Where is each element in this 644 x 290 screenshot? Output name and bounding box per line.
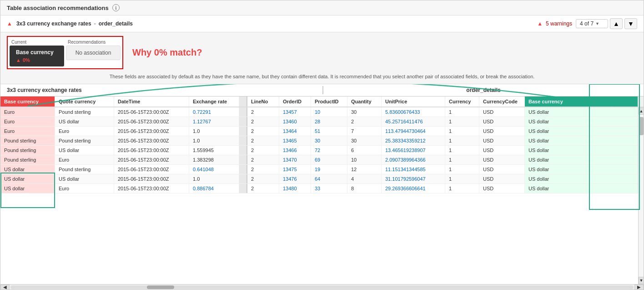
nav-next-button[interactable]: ▼ (624, 18, 637, 29)
cell-unitprice[interactable]: 29.269366606641 (382, 184, 445, 193)
cell-base-currency-left: Pound sterling (0, 155, 55, 164)
col-header-quantity[interactable]: Quantity (347, 97, 382, 107)
cell-currency: 1 (445, 174, 479, 183)
scroll-up-button[interactable]: ▲ (639, 107, 644, 115)
cell-currcode: USD (479, 117, 525, 126)
cell-separator (239, 184, 247, 193)
scroll-left-button[interactable]: ◀ (0, 285, 10, 290)
cell-unitprice[interactable]: 31.101792596047 (382, 174, 445, 183)
cell-orderid[interactable]: 13457 (279, 107, 311, 117)
tables-header: 3x3 currency exchange rates order_detail… (0, 84, 644, 97)
cell-unitprice[interactable]: 45.25716411476 (382, 117, 445, 126)
cell-quote-currency: Pound sterling (55, 136, 114, 145)
column-headers: Base currency Quote currency DateTime Ex… (0, 97, 644, 107)
scroll-thumb[interactable] (639, 117, 644, 135)
cell-lineno: 2 (247, 146, 279, 155)
cell-base-currency-right: US dollar (525, 174, 638, 183)
col-header-unitprice[interactable]: UnitPrice (382, 97, 445, 107)
col-header-base-currency-right[interactable]: Base currency (525, 97, 638, 107)
cell-base-currency-right: US dollar (525, 155, 638, 164)
cell-datetime: 2015-06-15T23:00:00Z (114, 155, 189, 164)
page-title: Table association recommendations (7, 5, 109, 11)
warning-bar: ▲ 3x3 currency exchange rates - order_de… (0, 15, 644, 32)
cell-datetime: 2015-06-15T23:00:00Z (114, 117, 189, 126)
cell-unitprice[interactable]: 11.151341344585 (382, 165, 445, 174)
cell-productid[interactable]: 19 (311, 165, 347, 174)
scroll-track[interactable] (639, 115, 644, 277)
col-header-exchange-rate[interactable]: Exchange rate (189, 97, 239, 107)
current-field-text: Base currency (16, 49, 54, 56)
table-row: Euro Pound sterling 2015-06-15T23:00:00Z… (0, 107, 638, 117)
horizontal-scrollbar[interactable]: ◀ ▶ (0, 284, 644, 290)
cell-productid[interactable]: 64 (311, 174, 347, 183)
cell-productid[interactable]: 69 (311, 155, 347, 164)
cell-datetime: 2015-06-15T23:00:00Z (114, 107, 189, 117)
cell-quantity: 4 (347, 174, 382, 183)
cell-unitprice[interactable]: 113.47944730464 (382, 127, 445, 136)
rec-field-text: No association (75, 50, 111, 56)
cell-productid[interactable]: 33 (311, 184, 347, 193)
col-header-quote-currency[interactable]: Quote currency (55, 97, 114, 107)
separator: - (94, 20, 96, 27)
cell-orderid[interactable]: 13480 (279, 184, 311, 193)
cell-unitprice[interactable]: 25.383343359212 (382, 136, 445, 145)
nav-label[interactable]: 4 of 7 ▼ (576, 19, 608, 28)
cell-unitprice[interactable]: 2.0907389964366 (382, 155, 445, 164)
cell-unitprice[interactable]: 5.83600676433 (382, 107, 445, 117)
cell-productid[interactable]: 10 (311, 107, 347, 117)
col-header-base-currency-left[interactable]: Base currency (0, 97, 55, 107)
cell-quote-currency: Euro (55, 127, 114, 136)
cell-orderid[interactable]: 13476 (279, 174, 311, 183)
cell-exchange-rate: 0.886784 (189, 184, 239, 193)
nav-dropdown[interactable]: 4 of 7 ▼ (576, 19, 608, 28)
cell-orderid[interactable]: 13466 (279, 146, 311, 155)
cell-currency: 1 (445, 107, 479, 117)
chevron-down-icon: ▼ (595, 21, 599, 26)
cell-unitprice[interactable]: 13.465619238907 (382, 146, 445, 155)
warnings-count: ▲ 5 warnings (537, 20, 572, 27)
current-box-badge: ▲ 0% (16, 57, 30, 63)
nav-controls: 4 of 7 ▼ ▲ ▼ (576, 18, 637, 29)
cell-orderid[interactable]: 13464 (279, 127, 311, 136)
cell-exchange-rate: 1.383298 (189, 155, 239, 164)
cell-currcode: USD (479, 127, 525, 136)
cell-separator (239, 174, 247, 183)
col-header-currency[interactable]: Currency (445, 97, 479, 107)
cell-productid[interactable]: 51 (311, 127, 347, 136)
current-field-box[interactable]: Base currency ▲ 0% (10, 46, 64, 66)
col-header-productid[interactable]: ProductID (311, 97, 347, 107)
cell-currcode: USD (479, 146, 525, 155)
cell-quantity: 6 (347, 146, 382, 155)
scroll-down-button[interactable]: ▼ (639, 277, 644, 284)
h-scroll-thumb[interactable] (147, 285, 174, 289)
col-header-lineno[interactable]: LineNo (247, 97, 279, 107)
cell-orderid[interactable]: 13470 (279, 155, 311, 164)
col-header-orderid[interactable]: OrderID (279, 97, 311, 107)
cell-exchange-rate: 1.0 (189, 127, 239, 136)
rec-field-box[interactable]: No association (66, 46, 121, 60)
warning-bar-left: ▲ 3x3 currency exchange rates - order_de… (7, 20, 133, 27)
cell-exchange-rate: 0.72291 (189, 107, 239, 117)
table-body[interactable]: Euro Pound sterling 2015-06-15T23:00:00Z… (0, 107, 638, 284)
col-header-currcode[interactable]: CurrencyCode (479, 97, 525, 107)
cell-quantity: 12 (347, 165, 382, 174)
cell-base-currency-left: US dollar (0, 184, 55, 193)
warning-bar-right: ▲ 5 warnings 4 of 7 ▼ ▲ ▼ (537, 18, 637, 29)
cell-datetime: 2015-06-15T23:00:00Z (114, 174, 189, 183)
col-header-datetime[interactable]: DateTime (114, 97, 189, 107)
cell-base-currency-left: Euro (0, 117, 55, 126)
info-icon[interactable]: ℹ (112, 4, 120, 11)
h-scroll-track[interactable] (10, 285, 634, 289)
cell-orderid[interactable]: 13465 (279, 136, 311, 145)
cell-productid[interactable]: 28 (311, 117, 347, 126)
cell-productid[interactable]: 30 (311, 136, 347, 145)
cell-datetime: 2015-06-15T23:00:00Z (114, 146, 189, 155)
cell-orderid[interactable]: 13475 (279, 165, 311, 174)
cell-orderid[interactable]: 13460 (279, 117, 311, 126)
scroll-right-button[interactable]: ▶ (634, 285, 644, 290)
table-name-right: order_details (99, 20, 133, 27)
right-scrollbar[interactable]: ▲ ▼ (638, 107, 644, 284)
cell-productid[interactable]: 72 (311, 146, 347, 155)
nav-prev-button[interactable]: ▲ (610, 18, 623, 29)
cell-separator (239, 155, 247, 164)
